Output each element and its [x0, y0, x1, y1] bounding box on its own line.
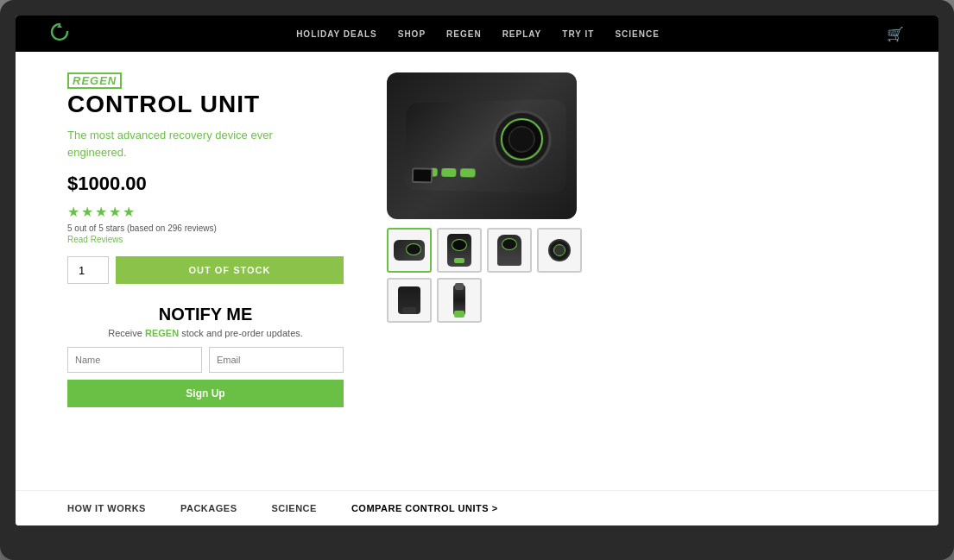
star-rating: ★ ★ ★ ★ ★	[67, 204, 344, 220]
product-price: $1000.00	[67, 173, 344, 195]
notify-title: NOTIFY ME	[67, 305, 344, 324]
notify-email-input[interactable]	[209, 347, 344, 373]
star-5: ★	[123, 204, 135, 220]
cart-icon[interactable]: 🛒	[887, 26, 904, 42]
bottom-nav-packages[interactable]: PACKAGES	[180, 503, 237, 513]
thumbnail-5[interactable]	[387, 278, 432, 323]
thumbnail-1[interactable]	[387, 228, 432, 273]
nav-links: HOLIDAY DEALS SHOP REGEN REPLAY TRY IT S…	[296, 29, 660, 39]
product-info: REGEN CONTROL UNIT The most advanced rec…	[67, 72, 344, 469]
star-3: ★	[95, 204, 107, 220]
screen: HOLIDAY DEALS SHOP REGEN REPLAY TRY IT S…	[16, 16, 938, 525]
product-visuals	[378, 72, 887, 469]
add-to-cart-row: OUT OF STOCK	[67, 256, 344, 284]
review-summary: 5 out of 5 stars (based on 296 reviews)	[67, 223, 344, 233]
product-section: REGEN CONTROL UNIT The most advanced rec…	[16, 52, 938, 490]
notify-name-input[interactable]	[67, 347, 202, 373]
main-content: REGEN CONTROL UNIT The most advanced rec…	[16, 52, 938, 525]
notify-subtitle: Receive REGEN stock and pre-order update…	[67, 328, 344, 338]
laptop-frame: HOLIDAY DEALS SHOP REGEN REPLAY TRY IT S…	[0, 0, 954, 560]
bottom-nav-compare[interactable]: COMPARE CONTROL UNITS >	[351, 503, 498, 513]
nav-logo[interactable]	[50, 22, 69, 46]
product-description: The most advanced recovery device ever e…	[67, 127, 344, 160]
quantity-input[interactable]	[67, 256, 109, 284]
brand-tag: REGEN	[67, 72, 122, 89]
signup-button[interactable]: Sign Up	[67, 380, 344, 407]
thumbnail-4[interactable]	[537, 228, 582, 273]
nav-shop[interactable]: SHOP	[398, 29, 426, 39]
nav-regen[interactable]: REGEN	[446, 29, 482, 39]
notify-form	[67, 347, 344, 373]
product-title: CONTROL UNIT	[67, 91, 344, 118]
thumbnail-6[interactable]	[437, 278, 482, 323]
notify-section: NOTIFY ME Receive REGEN stock and pre-or…	[67, 301, 344, 407]
bottom-nav-science[interactable]: SCIENCE	[271, 503, 316, 513]
thumbnail-2[interactable]	[437, 228, 482, 273]
star-2: ★	[81, 204, 93, 220]
read-reviews-link[interactable]: Read Reviews	[67, 235, 344, 244]
nav-try-it[interactable]: TRY IT	[562, 29, 594, 39]
nav-holiday-deals[interactable]: HOLIDAY DEALS	[296, 29, 377, 39]
thumbnails-grid	[387, 228, 582, 323]
navbar: HOLIDAY DEALS SHOP REGEN REPLAY TRY IT S…	[16, 16, 938, 52]
out-of-stock-button[interactable]: OUT OF STOCK	[116, 256, 344, 284]
nav-science[interactable]: SCIENCE	[615, 29, 659, 39]
star-4: ★	[109, 204, 121, 220]
star-1: ★	[67, 204, 79, 220]
main-product-image	[387, 72, 577, 219]
bottom-nav: HOW IT WORKS PACKAGES SCIENCE COMPARE CO…	[16, 490, 938, 525]
bottom-nav-how-it-works[interactable]: HOW IT WORKS	[67, 503, 146, 513]
thumbnail-3[interactable]	[487, 228, 532, 273]
nav-replay[interactable]: REPLAY	[502, 29, 542, 39]
